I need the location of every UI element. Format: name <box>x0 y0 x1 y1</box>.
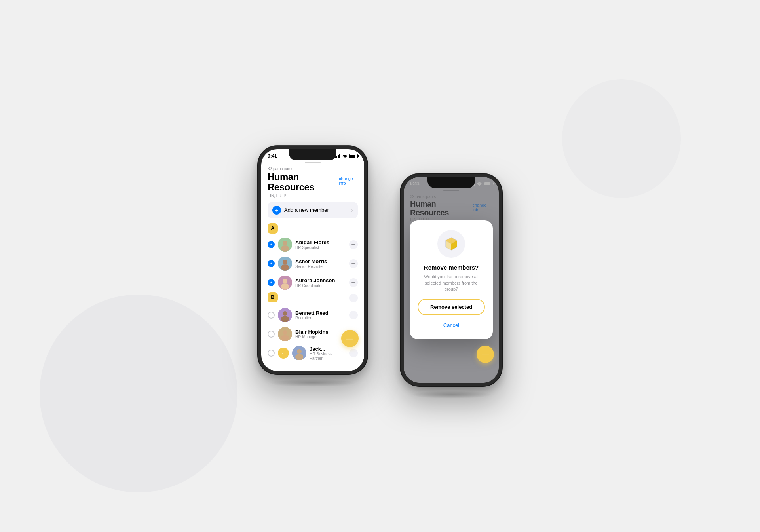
member-info-asher: Asher Morris Senior Recruiter <box>295 258 346 269</box>
member-role-aurora: HR Coordinator <box>295 283 346 288</box>
remove-btn-abigail[interactable] <box>349 240 358 249</box>
checkbox-bennett[interactable] <box>268 312 275 319</box>
arrow-left-icon: ← <box>281 350 286 356</box>
member-name-jack: Jack... <box>310 346 346 352</box>
member-role-jack: HR Business Partner <box>310 352 346 361</box>
svg-point-17 <box>295 354 303 360</box>
fab-arrow-icon: — <box>346 334 353 343</box>
time-left: 9:41 <box>268 153 277 159</box>
section-header-b-row: B <box>268 292 358 304</box>
remove-selected-button[interactable]: Remove selected <box>418 299 485 315</box>
screen-left: 9:41 <box>261 149 364 371</box>
box-3d-icon <box>443 235 460 253</box>
member-info-aurora: Aurora Johnson HR Coordinator <box>295 277 346 288</box>
change-info-left[interactable]: change info <box>339 176 358 186</box>
chevron-right-icon: › <box>351 207 353 213</box>
fab-right[interactable]: — <box>477 346 494 363</box>
section-header-a: A <box>268 223 278 234</box>
member-role-abigail: HR Specialist <box>295 245 346 250</box>
screen-right: 9:41 <box>404 177 499 383</box>
checkbox-asher[interactable]: ✓ <box>268 260 275 267</box>
section-header-b: B <box>268 292 278 302</box>
phone-shadow-left <box>268 379 357 387</box>
member-info-jack: Jack... HR Business Partner <box>310 346 346 361</box>
svg-point-1 <box>283 241 287 245</box>
phone-right: 9:41 <box>400 173 503 387</box>
avatar-asher <box>278 256 292 271</box>
svg-point-16 <box>297 349 302 354</box>
remove-btn-b-section[interactable] <box>349 294 358 302</box>
plus-icon: + <box>272 206 281 215</box>
notch-left <box>289 149 336 160</box>
member-name-blair: Blair Hopkins <box>295 329 346 335</box>
member-row-abigail[interactable]: ✓ Abigail Flores HR Specialist <box>268 235 358 254</box>
remove-btn-jack[interactable] <box>349 349 358 357</box>
avatar-blair <box>278 327 292 341</box>
minus-icon-jack <box>352 353 355 353</box>
remove-btn-aurora[interactable] <box>349 278 358 287</box>
avatar-abigail <box>278 238 292 252</box>
scene: 9:41 <box>257 145 503 387</box>
svg-point-4 <box>283 260 287 264</box>
member-row-jack[interactable]: ← Jack... HR Business Partner <box>268 344 358 363</box>
svg-point-2 <box>281 245 289 252</box>
svg-point-10 <box>283 311 287 316</box>
checkbox-blair[interactable] <box>268 331 275 338</box>
remove-btn-bennett[interactable] <box>349 311 358 319</box>
participants-count-left: 32 participants <box>268 167 358 171</box>
member-info-blair: Blair Hopkins HR Manager <box>295 329 346 339</box>
languages-left: FIN, FR, PL <box>268 194 358 198</box>
svg-point-7 <box>283 279 287 283</box>
wifi-icon <box>342 154 348 158</box>
svg-point-11 <box>281 316 289 322</box>
box-icon-container <box>437 230 465 258</box>
nav-arrow-jack[interactable]: ← <box>278 348 289 359</box>
bg-circle-right <box>562 79 681 198</box>
battery-icon <box>349 154 358 158</box>
svg-point-13 <box>283 330 287 335</box>
avatar-jack <box>292 346 306 360</box>
add-member-button[interactable]: + Add a new member › <box>268 202 358 218</box>
svg-point-5 <box>281 264 289 271</box>
minus-icon-bennett <box>352 315 355 315</box>
member-name-bennett: Bennett Reed <box>295 310 346 316</box>
remove-btn-asher[interactable] <box>349 259 358 268</box>
checkbox-abigail[interactable]: ✓ <box>268 241 275 248</box>
member-info-abigail: Abigail Flores HR Specialist <box>295 239 346 250</box>
member-role-blair: HR Manager <box>295 335 346 339</box>
checkmark-aurora: ✓ <box>270 280 273 285</box>
bg-circle-left <box>40 294 238 492</box>
add-member-label: Add a new member <box>284 207 329 213</box>
checkbox-aurora[interactable]: ✓ <box>268 279 275 286</box>
minus-icon-aurora <box>352 282 355 283</box>
member-row-aurora[interactable]: ✓ Aurora Johnson HR Coordinator <box>268 273 358 292</box>
modal-description: Would you like to remove all selected me… <box>418 274 485 292</box>
member-row-asher[interactable]: ✓ Asher Morris Senior Recruiter <box>268 254 358 273</box>
member-name-asher: Asher Morris <box>295 258 346 264</box>
svg-point-8 <box>281 283 289 290</box>
modal-card: Remove members? Would you like to remove… <box>410 220 493 339</box>
member-name-aurora: Aurora Johnson <box>295 277 346 283</box>
group-title-left: Human Resources <box>268 172 336 193</box>
modal-title: Remove members? <box>418 264 485 271</box>
member-info-bennett: Bennett Reed Recruiter <box>295 310 346 320</box>
pull-handle-left <box>305 162 321 163</box>
member-row-bennett[interactable]: Bennett Reed Recruiter <box>268 306 358 325</box>
minus-icon-b <box>352 298 355 298</box>
avatar-aurora <box>278 276 292 290</box>
minus-icon-asher <box>352 263 355 264</box>
status-icons-left <box>334 154 358 158</box>
title-row-left: Human Resources change info <box>268 172 358 193</box>
fab-arrow-icon-right: — <box>482 350 489 359</box>
member-name-abigail: Abigail Flores <box>295 239 346 245</box>
cancel-button[interactable]: Cancel <box>418 319 485 331</box>
fab-left[interactable]: — <box>341 330 359 347</box>
member-role-asher: Senior Recruiter <box>295 264 346 269</box>
checkmark-abigail: ✓ <box>270 242 273 247</box>
checkbox-jack[interactable] <box>268 350 275 357</box>
minus-icon-abigail <box>352 244 355 245</box>
member-role-bennett: Recruiter <box>295 316 346 320</box>
checkmark-asher: ✓ <box>270 261 273 266</box>
phone-shadow-right <box>410 391 492 399</box>
phone-left: 9:41 <box>257 145 368 375</box>
